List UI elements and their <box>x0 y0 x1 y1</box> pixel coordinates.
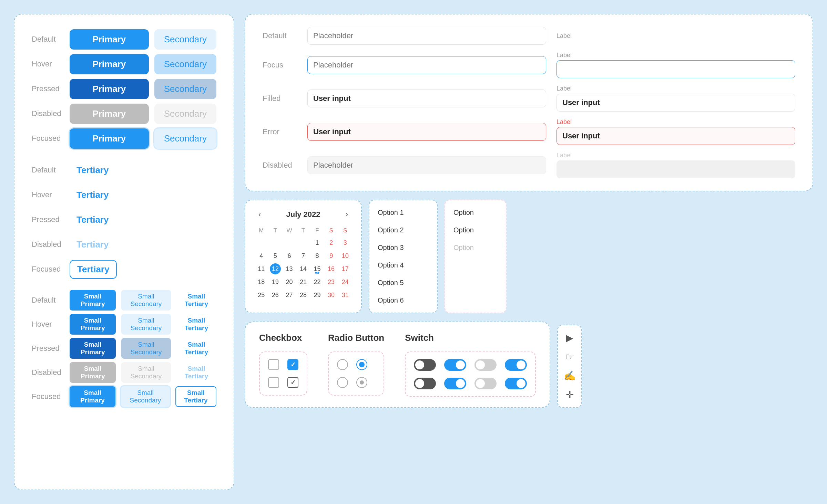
tertiary-hover-button[interactable]: Tertiary <box>70 186 115 204</box>
cal-day-31[interactable]: 31 <box>341 290 349 301</box>
switch-off-dark-1[interactable] <box>414 359 436 371</box>
cal-prev-button[interactable]: ‹ <box>255 209 264 220</box>
input-error[interactable] <box>307 123 546 141</box>
cal-day-23[interactable]: 23 <box>327 276 335 288</box>
cal-day-29[interactable]: 29 <box>313 290 321 301</box>
small-tertiary-hover[interactable]: Small Tertiary <box>176 315 216 334</box>
calendar-title: July 2022 <box>286 210 320 219</box>
small-secondary-focused[interactable]: Small Secondary <box>121 386 170 407</box>
cal-day-30[interactable]: 30 <box>327 290 335 301</box>
cal-day-11[interactable]: 11 <box>257 263 265 275</box>
primary-pressed-button[interactable]: Primary <box>70 79 149 99</box>
radio-selected-1[interactable] <box>356 359 367 370</box>
cal-day-12[interactable]: 12 <box>270 263 281 274</box>
cal-day-27[interactable]: 27 <box>285 290 293 301</box>
cal-day-2[interactable]: 2 <box>329 237 334 249</box>
small-tertiary-default[interactable]: Small Tertiary <box>176 291 216 310</box>
small-primary-default[interactable]: Small Primary <box>70 290 116 311</box>
small-secondary-pressed[interactable]: Small Secondary <box>121 338 171 359</box>
cal-day-17[interactable]: 17 <box>341 263 349 275</box>
switch-off-light-2[interactable] <box>474 378 497 389</box>
switch-off-light-1[interactable] <box>474 359 497 371</box>
input-default[interactable] <box>307 27 546 45</box>
cal-day-5[interactable]: 5 <box>273 250 278 262</box>
cal-day-18[interactable]: 18 <box>257 276 265 288</box>
checkbox-unchecked-2[interactable] <box>268 377 279 388</box>
radio-unselected-2[interactable] <box>337 377 348 388</box>
cal-day-16[interactable]: 16 <box>327 263 335 275</box>
cal-wday-6: S <box>339 226 351 235</box>
cursor-arrow-icon[interactable]: ▶ <box>566 332 573 344</box>
cal-day-6[interactable]: 6 <box>287 250 292 262</box>
small-tertiary-focused[interactable]: Small Tertiary <box>175 386 216 407</box>
switch-on-blue-2[interactable] <box>444 378 466 389</box>
primary-focused-button[interactable]: Primary <box>70 128 149 149</box>
cal-day-20[interactable]: 20 <box>285 276 293 288</box>
cal-day-1[interactable]: 1 <box>315 237 320 249</box>
cal-day-22[interactable]: 22 <box>313 276 321 288</box>
simple-option-3[interactable]: Option <box>451 242 477 253</box>
cal-day-28[interactable]: 28 <box>299 290 307 301</box>
small-primary-pressed[interactable]: Small Primary <box>70 338 116 359</box>
dropdown-option-2[interactable]: Option 2 <box>369 221 437 239</box>
tertiary-default-button[interactable]: Tertiary <box>70 161 115 179</box>
tertiary-pressed-button[interactable]: Tertiary <box>70 211 115 229</box>
switch-on-dark-2[interactable] <box>505 378 527 389</box>
input-focus[interactable] <box>307 56 546 74</box>
cal-day-4[interactable]: 4 <box>259 250 264 262</box>
dropdown-option-5[interactable]: Option 5 <box>369 274 437 292</box>
cursor-crosshair-icon[interactable]: ✛ <box>566 389 574 400</box>
checkbox-unchecked-1[interactable] <box>268 359 279 370</box>
secondary-default-button[interactable]: Secondary <box>154 29 216 50</box>
small-primary-hover[interactable]: Small Primary <box>70 314 116 335</box>
cal-day-8[interactable]: 8 <box>315 250 320 262</box>
cal-next-button[interactable]: › <box>342 209 351 220</box>
small-secondary-default[interactable]: Small Secondary <box>121 290 171 311</box>
cal-day-7[interactable]: 7 <box>301 250 306 262</box>
cal-day-9[interactable]: 9 <box>329 250 334 262</box>
radio-unselected-1[interactable] <box>337 359 348 370</box>
input-filled[interactable] <box>307 90 546 107</box>
small-tertiary-pressed[interactable]: Small Tertiary <box>176 339 216 358</box>
simple-option-2[interactable]: Option <box>451 225 477 235</box>
secondary-focused-button[interactable]: Secondary <box>154 128 216 149</box>
dropdown-option-3[interactable]: Option 3 <box>369 239 437 256</box>
tertiary-focused-button[interactable]: Tertiary <box>70 260 117 279</box>
cal-day-26[interactable]: 26 <box>271 290 279 301</box>
input-filled-label-text: Label <box>557 85 795 92</box>
cal-day-21[interactable]: 21 <box>299 276 307 288</box>
small-secondary-hover[interactable]: Small Secondary <box>121 314 171 335</box>
cal-wday-0: M <box>255 226 268 235</box>
cursor-grab-icon[interactable]: ✍ <box>564 370 576 381</box>
checkbox-checked-outline[interactable] <box>287 377 298 388</box>
switch-on-blue-1[interactable] <box>444 359 466 371</box>
small-primary-focused[interactable]: Small Primary <box>70 386 115 407</box>
simple-option-1[interactable]: Option <box>451 207 477 218</box>
small-row-hover: Hover Small Primary Small Secondary Smal… <box>32 314 216 335</box>
label-hover: Hover <box>32 60 70 69</box>
checkbox-checked-1[interactable] <box>287 359 298 370</box>
input-error-labeled[interactable] <box>557 127 795 145</box>
cal-day-3[interactable]: 3 <box>343 237 348 249</box>
primary-default-button[interactable]: Primary <box>70 29 149 50</box>
cursor-hand-icon[interactable]: ☞ <box>565 351 574 363</box>
switch-on-dark-1[interactable] <box>505 359 527 371</box>
dropdown-option-6[interactable]: Option 6 <box>369 292 437 309</box>
switch-off-dark-2[interactable] <box>414 378 436 389</box>
input-focus-labeled[interactable] <box>557 60 795 78</box>
cal-day-10[interactable]: 10 <box>341 250 349 262</box>
input-filled-labeled[interactable] <box>557 94 795 112</box>
primary-hover-button[interactable]: Primary <box>70 54 149 74</box>
cal-day-19[interactable]: 19 <box>271 276 279 288</box>
cal-day-14[interactable]: 14 <box>299 263 307 275</box>
secondary-pressed-button[interactable]: Secondary <box>154 79 216 99</box>
radio-partial[interactable] <box>356 377 367 388</box>
cal-day-13[interactable]: 13 <box>285 263 293 275</box>
cal-day-15[interactable]: 15•• <box>313 263 321 275</box>
secondary-hover-button[interactable]: Secondary <box>154 54 216 74</box>
cal-day-24[interactable]: 24 <box>341 276 349 288</box>
dropdown-option-4[interactable]: Option 4 <box>369 256 437 274</box>
dropdown-option-1[interactable]: Option 1 <box>369 204 437 221</box>
cal-wday-3: T <box>297 226 310 235</box>
cal-day-25[interactable]: 25 <box>257 290 265 301</box>
